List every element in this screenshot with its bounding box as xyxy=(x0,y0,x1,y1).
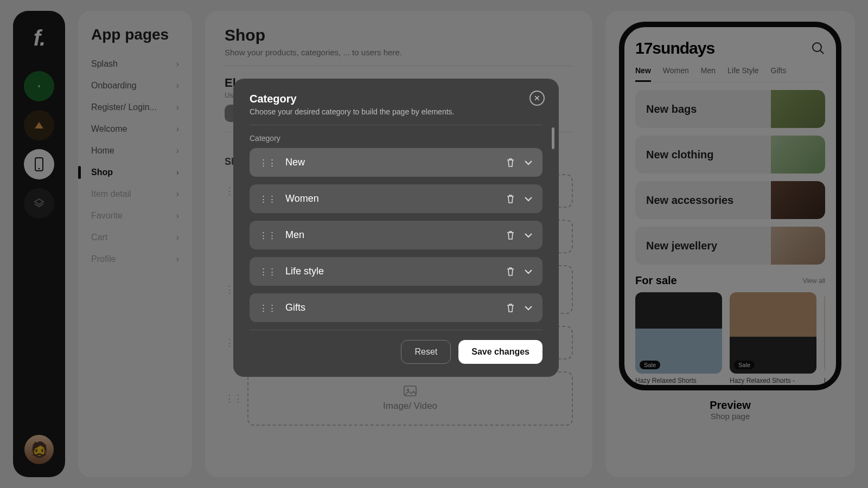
category-name: New xyxy=(285,157,497,168)
chevron-down-icon[interactable] xyxy=(524,269,533,274)
chevron-down-icon[interactable] xyxy=(524,233,533,238)
trash-icon[interactable] xyxy=(506,157,515,168)
chevron-down-icon[interactable] xyxy=(524,160,533,165)
close-icon[interactable]: ✕ xyxy=(529,91,545,106)
modal-section-label: Category xyxy=(250,134,542,143)
category-item-women[interactable]: ⋮⋮ Women xyxy=(250,184,542,213)
category-name: Life style xyxy=(285,266,497,277)
drag-handle-icon[interactable]: ⋮⋮ xyxy=(259,303,277,313)
drag-handle-icon[interactable]: ⋮⋮ xyxy=(259,194,277,204)
category-name: Women xyxy=(285,193,497,204)
reset-button[interactable]: Reset xyxy=(401,340,451,364)
category-item-new[interactable]: ⋮⋮ New xyxy=(250,148,542,177)
category-name: Gifts xyxy=(285,302,497,313)
drag-handle-icon[interactable]: ⋮⋮ xyxy=(259,158,277,168)
category-name: Men xyxy=(285,229,497,241)
category-item-gifts[interactable]: ⋮⋮ Gifts xyxy=(250,293,542,322)
drag-handle-icon[interactable]: ⋮⋮ xyxy=(259,267,277,277)
modal-subtitle: Choose your desired category to build th… xyxy=(250,107,542,116)
chevron-down-icon[interactable] xyxy=(524,196,533,202)
trash-icon[interactable] xyxy=(506,230,515,241)
trash-icon[interactable] xyxy=(506,303,515,313)
chevron-down-icon[interactable] xyxy=(524,305,533,311)
drag-handle-icon[interactable]: ⋮⋮ xyxy=(259,230,277,240)
category-item-lifestyle[interactable]: ⋮⋮ Life style xyxy=(250,257,542,286)
trash-icon[interactable] xyxy=(506,266,515,277)
scrollbar-thumb[interactable] xyxy=(552,127,554,149)
modal-title: Category xyxy=(250,93,542,105)
category-modal: Category Choose your desired category to… xyxy=(233,79,559,377)
category-item-men[interactable]: ⋮⋮ Men xyxy=(250,221,542,249)
save-button[interactable]: Save changes xyxy=(458,340,542,364)
trash-icon[interactable] xyxy=(506,194,515,204)
modal-overlay[interactable]: Category Choose your desired category to… xyxy=(0,0,868,488)
